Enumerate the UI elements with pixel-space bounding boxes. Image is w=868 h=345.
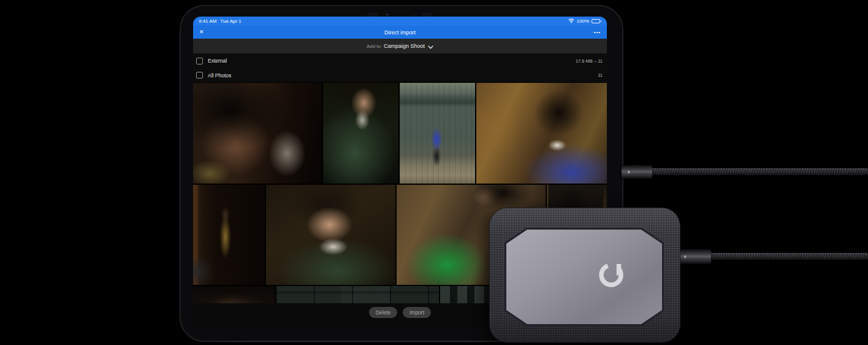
- sensor-dot: [413, 14, 415, 16]
- photo-thumbnail[interactable]: [276, 286, 439, 303]
- drive-metal-panel: [506, 230, 662, 324]
- photo-thumbnail[interactable]: [266, 185, 395, 285]
- usb-cable: [650, 168, 868, 175]
- more-options-icon[interactable]: •••: [594, 30, 601, 35]
- drive-face-bevel: [504, 228, 664, 326]
- status-date: Tue Apr 1: [220, 18, 241, 24]
- connector-logo-icon: [627, 170, 631, 174]
- wifi-icon: [568, 18, 574, 25]
- source-label: All Photos: [208, 72, 231, 79]
- photo-thumbnail[interactable]: [193, 286, 275, 303]
- source-size-count: 17.6 MB – 11: [576, 58, 603, 64]
- add-to-album-dropdown[interactable]: Add to Campaign Shoot: [193, 39, 607, 53]
- delete-button[interactable]: Delete: [369, 307, 397, 318]
- scene: 9:41 AMTue Apr 1 100%: [0, 0, 868, 345]
- usb-cable: [709, 253, 868, 260]
- connector-logo-icon: [683, 255, 687, 259]
- battery-full-icon: [592, 19, 601, 23]
- chevron-down-icon: [428, 41, 433, 52]
- photo-thumbnail[interactable]: [323, 83, 398, 184]
- battery-percent: 100%: [577, 18, 589, 24]
- photo-thumbnail[interactable]: [476, 83, 607, 184]
- source-row-all-photos[interactable]: All Photos 11: [193, 68, 607, 82]
- external-ssd-drive: [489, 207, 680, 343]
- photo-thumbnail[interactable]: [193, 83, 322, 184]
- photo-thumbnail[interactable]: [400, 83, 475, 184]
- import-header: ✕ Direct import •••: [193, 26, 607, 39]
- usb-connector: [622, 165, 652, 179]
- external-checkbox[interactable]: [196, 58, 203, 64]
- source-label: External: [208, 58, 227, 64]
- selected-album: Campaign Shoot: [384, 43, 425, 49]
- photo-thumbnail[interactable]: [193, 185, 265, 285]
- g-drive-logo: [596, 258, 628, 293]
- all-photos-checkbox[interactable]: [196, 72, 203, 79]
- page-title: Direct import: [193, 29, 607, 36]
- usb-connector: [678, 249, 711, 264]
- status-right: 100%: [568, 18, 601, 25]
- photo-row: [193, 83, 607, 184]
- source-row-external[interactable]: External 17.6 MB – 11: [193, 53, 607, 68]
- source-count: 11: [598, 72, 603, 78]
- front-camera: [386, 14, 389, 16]
- status-left: 9:41 AMTue Apr 1: [199, 18, 245, 24]
- status-bar: 9:41 AMTue Apr 1 100%: [193, 17, 607, 26]
- status-time: 9:41 AM: [199, 18, 216, 24]
- add-to-label: Add to: [367, 44, 381, 49]
- import-button[interactable]: Import: [403, 307, 431, 318]
